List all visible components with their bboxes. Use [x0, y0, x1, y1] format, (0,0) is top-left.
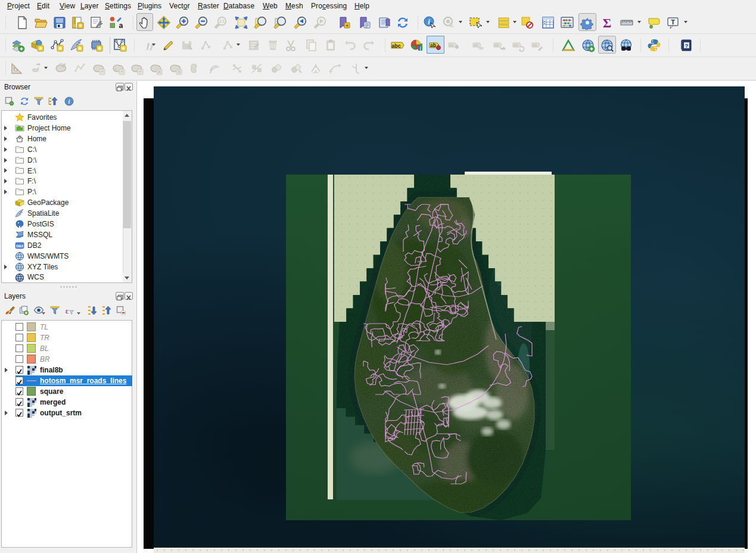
svg-text:i: i: [69, 98, 70, 105]
svg-text:DB2: DB2: [16, 244, 24, 248]
svg-text:✶: ✶: [138, 69, 142, 74]
svg-text:ab: ab: [430, 42, 436, 48]
svg-text:a: a: [119, 21, 123, 30]
svg-text:ab: ab: [449, 43, 454, 47]
svg-text:1:1: 1:1: [219, 19, 225, 23]
svg-text:ab: ab: [514, 43, 518, 47]
svg-text:ab: ab: [533, 43, 537, 47]
svg-text:✶: ✶: [100, 69, 104, 74]
svg-text:?: ?: [685, 43, 689, 49]
svg-text:✶: ✶: [345, 23, 349, 29]
svg-text:ε: ε: [66, 306, 69, 315]
svg-text:ab: ab: [474, 43, 478, 47]
svg-text:abc: abc: [391, 43, 401, 49]
svg-text:ab: ab: [494, 43, 499, 47]
svg-text:✶: ✶: [120, 69, 124, 74]
svg-text:Σ: Σ: [603, 15, 611, 30]
svg-text:T: T: [671, 18, 675, 26]
